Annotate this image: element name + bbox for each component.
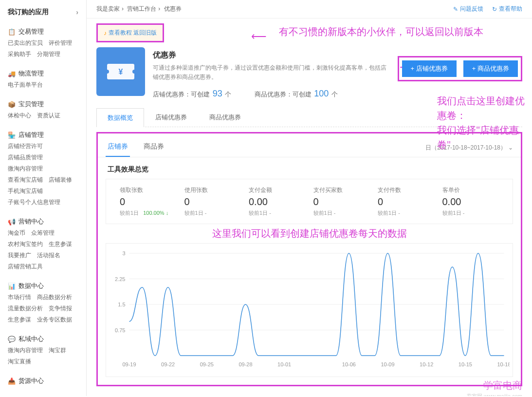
- sidebar-link[interactable]: 农村淘宝签约: [8, 240, 43, 248]
- sidebar-link[interactable]: 店铺营销工具: [8, 263, 43, 271]
- sidebar-section-title[interactable]: 📋交易管理: [0, 23, 86, 39]
- svg-text:0.75: 0.75: [115, 327, 125, 333]
- sidebar-link[interactable]: 查看淘宝店铺: [8, 176, 43, 184]
- sidebar-link[interactable]: 竞争情报: [49, 304, 72, 313]
- watermark: 学富电商: [483, 379, 522, 392]
- create-coupon-buttons: + 店铺优惠券 + 商品优惠券: [398, 56, 522, 81]
- sidebar-link[interactable]: 流量数据分析: [8, 304, 43, 313]
- sidebar-link[interactable]: 我要推广: [8, 251, 31, 260]
- sidebar: 我订购的应用 › 📋交易管理已卖出的宝贝评价管理采购助手分期管理🚚物流管理电子面…: [0, 0, 87, 396]
- sidebar-section-title[interactable]: 📊数据中心: [0, 278, 86, 293]
- breadcrumb-a[interactable]: 我是卖家: [96, 5, 120, 12]
- annotation-2: 我们点击这里创建优惠卷：我们选择"店铺优惠卷": [437, 94, 532, 152]
- metric-card: 支付买家数0较前1日 -: [310, 184, 374, 219]
- sidebar-link[interactable]: 手机淘宝店铺: [8, 187, 43, 195]
- svg-text:09-19: 09-19: [122, 361, 136, 367]
- data-panel: 店铺券 商品券 日（2017-10-18~2017-10-18） ⌄ 工具效果总…: [96, 132, 522, 386]
- tab-shop-coupon[interactable]: 店铺优惠券: [144, 108, 198, 127]
- svg-text:3: 3: [122, 250, 125, 256]
- annotation-arrow-icon: ⟵: [251, 30, 267, 43]
- breadcrumb: 我是卖家› 营销工作台› 优惠券: [96, 5, 182, 13]
- breadcrumb-b[interactable]: 营销工作台: [127, 5, 156, 12]
- svg-text:2.25: 2.25: [115, 276, 125, 282]
- breadcrumb-c[interactable]: 优惠券: [164, 5, 182, 12]
- section-icon: 📋: [8, 28, 16, 36]
- sidebar-link[interactable]: 店铺经营许可: [8, 142, 43, 151]
- sidebar-section-title[interactable]: 💬私域中心: [0, 331, 86, 346]
- chevron-right-icon: ›: [76, 8, 78, 16]
- sidebar-section-title[interactable]: 📦宝贝管理: [0, 96, 86, 112]
- metric-card: 使用张数0较前1日 -: [181, 184, 245, 219]
- annotation-1: 有不习惯的新版本的小伙伴，可以返回以前版本: [279, 25, 483, 38]
- sidebar-link[interactable]: 微淘内容管理: [8, 346, 43, 355]
- create-product-coupon-button[interactable]: + 商品优惠券: [463, 60, 518, 77]
- svg-text:10-01: 10-01: [277, 361, 291, 367]
- svg-text:10-12: 10-12: [420, 361, 433, 367]
- section-icon: 🏪: [8, 132, 16, 139]
- sidebar-link[interactable]: 商品数据分析: [37, 293, 72, 302]
- sidebar-link[interactable]: 活动报名: [37, 251, 60, 260]
- tutorial-link[interactable]: ♪ 查看教程 返回旧版: [104, 29, 157, 37]
- section-icon: 📥: [8, 378, 16, 385]
- chart-container: 0.751.52.25309-1909-2209-2509-2810-0110-…: [106, 243, 513, 377]
- sidebar-link[interactable]: 店铺装修: [49, 176, 72, 184]
- tab-product-coupon[interactable]: 商品优惠券: [198, 108, 252, 127]
- sidebar-link[interactable]: 电子面单平台: [8, 81, 43, 89]
- sidebar-link[interactable]: 淘宝直播: [8, 358, 31, 366]
- feedback-link[interactable]: ✎问题反馈: [453, 5, 483, 13]
- breadcrumb-bar: 我是卖家› 营销工作台› 优惠券 ✎问题反馈 ↻查看帮助: [87, 0, 532, 19]
- sidebar-section-title[interactable]: 🏪店铺管理: [0, 127, 86, 142]
- svg-text:10-09: 10-09: [381, 361, 394, 367]
- sidebar-link[interactable]: 体检中心: [8, 112, 31, 120]
- svg-text:10-15: 10-15: [459, 361, 472, 367]
- section-icon: 📢: [8, 218, 16, 226]
- sidebar-link[interactable]: 资质认证: [37, 112, 60, 120]
- svg-text:10-18: 10-18: [497, 361, 510, 367]
- create-shop-coupon-button[interactable]: + 店铺优惠券: [402, 60, 457, 77]
- section-icon: 🚚: [8, 70, 16, 77]
- subtab-shop[interactable]: 店铺券: [106, 138, 130, 157]
- metric-card: 支付金额0.00较前1日 -: [245, 184, 310, 219]
- help-link[interactable]: ↻查看帮助: [492, 5, 522, 13]
- sidebar-link[interactable]: 分期管理: [37, 50, 60, 58]
- svg-text:1.5: 1.5: [118, 302, 125, 307]
- sidebar-link[interactable]: 采购助手: [8, 50, 31, 58]
- sidebar-link[interactable]: 评价管理: [49, 39, 72, 47]
- metrics-row: 领取张数0较前1日 100.00% ↓使用张数0较前1日 -支付金额0.00较前…: [106, 179, 513, 224]
- sidebar-link[interactable]: 众筹管理: [31, 229, 55, 237]
- sidebar-link[interactable]: 业务专区数据: [37, 316, 72, 324]
- tab-data-overview[interactable]: 数据概览: [96, 108, 144, 127]
- main-content: 我是卖家› 营销工作台› 优惠券 ✎问题反馈 ↻查看帮助 ♪ 查看教程 返回旧版…: [87, 0, 532, 396]
- annotation-3: 这里我们可以看到创建店铺优惠卷每天的数据: [98, 224, 521, 240]
- section-icon: 💬: [8, 336, 16, 343]
- metric-card: 领取张数0较前1日 100.00% ↓: [116, 184, 181, 219]
- sidebar-section-title[interactable]: 📢营销中心: [0, 213, 86, 229]
- coupon-desc: 可通过多种渠道推广的电子券，通过设置优惠金额和使用门槛，刺激转化提高客单，包括店…: [153, 63, 386, 82]
- sidebar-link[interactable]: 店铺品质管理: [8, 153, 43, 162]
- overview-title: 工具效果总览: [98, 157, 521, 179]
- sidebar-link[interactable]: 微淘内容管理: [8, 165, 43, 173]
- watermark-url: 卖家网 www.maijia.com: [466, 393, 522, 396]
- sidebar-link[interactable]: 淘宝群: [49, 346, 66, 355]
- refresh-icon: ↻: [492, 6, 497, 13]
- sidebar-header[interactable]: 我订购的应用 ›: [0, 4, 86, 20]
- tutorial-bar: ♪ 查看教程 返回旧版: [96, 23, 164, 42]
- sidebar-link[interactable]: 已卖出的宝贝: [8, 39, 43, 47]
- sidebar-header-title: 我订购的应用: [8, 8, 49, 17]
- section-icon: 📦: [8, 101, 16, 108]
- sidebar-link[interactable]: 市场行情: [8, 293, 31, 302]
- metric-card: 支付件数0较前1日 -: [374, 184, 439, 219]
- sidebar-link[interactable]: 子账号个人信息管理: [8, 198, 60, 207]
- subtab-product[interactable]: 商品券: [142, 138, 166, 157]
- sidebar-link[interactable]: 生意参谋: [49, 240, 72, 248]
- bell-icon: ♪: [104, 30, 107, 37]
- sidebar-link[interactable]: 生意参谋: [8, 316, 31, 324]
- metric-card: 客单价0.00较前1日 -: [439, 184, 503, 219]
- sidebar-section-title[interactable]: 📥货源中心: [0, 373, 86, 388]
- sidebar-link[interactable]: 淘金币: [8, 229, 25, 237]
- edit-icon: ✎: [453, 6, 458, 13]
- sidebar-section-title[interactable]: 🚚物流管理: [0, 65, 86, 81]
- svg-text:09-22: 09-22: [161, 361, 175, 367]
- svg-text:¥: ¥: [119, 68, 123, 76]
- coupon-icon: ¥: [96, 47, 145, 96]
